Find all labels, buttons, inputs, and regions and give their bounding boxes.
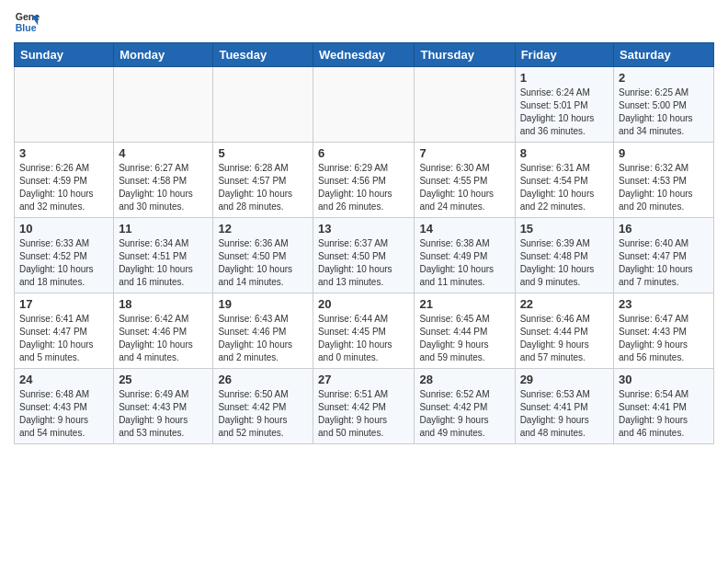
- day-number: 20: [318, 297, 409, 311]
- calendar-cell: 12Sunrise: 6:36 AM Sunset: 4:50 PM Dayli…: [213, 218, 313, 293]
- day-info: Sunrise: 6:41 AM Sunset: 4:47 PM Dayligh…: [19, 313, 108, 364]
- day-number: 8: [520, 146, 609, 160]
- day-number: 1: [520, 71, 609, 85]
- day-number: 6: [318, 146, 409, 160]
- day-number: 21: [419, 297, 509, 311]
- calendar-cell: 29Sunrise: 6:53 AM Sunset: 4:41 PM Dayli…: [515, 369, 613, 444]
- calendar-body: 1Sunrise: 6:24 AM Sunset: 5:01 PM Daylig…: [15, 67, 714, 444]
- calendar-cell: 18Sunrise: 6:42 AM Sunset: 4:46 PM Dayli…: [114, 293, 213, 369]
- weekday-header: Saturday: [614, 43, 714, 67]
- calendar-cell: 28Sunrise: 6:52 AM Sunset: 4:42 PM Dayli…: [415, 369, 515, 444]
- day-info: Sunrise: 6:24 AM Sunset: 5:01 PM Dayligh…: [520, 86, 609, 138]
- calendar-cell: 20Sunrise: 6:44 AM Sunset: 4:45 PM Dayli…: [313, 293, 415, 369]
- day-info: Sunrise: 6:40 AM Sunset: 4:47 PM Dayligh…: [619, 237, 709, 289]
- calendar-cell: 27Sunrise: 6:51 AM Sunset: 4:42 PM Dayli…: [313, 369, 415, 444]
- day-info: Sunrise: 6:50 AM Sunset: 4:42 PM Dayligh…: [218, 388, 308, 440]
- calendar-cell: 9Sunrise: 6:32 AM Sunset: 4:53 PM Daylig…: [614, 143, 714, 218]
- day-number: 2: [619, 71, 709, 85]
- day-info: Sunrise: 6:42 AM Sunset: 4:46 PM Dayligh…: [119, 313, 208, 364]
- day-info: Sunrise: 6:38 AM Sunset: 4:49 PM Dayligh…: [419, 237, 509, 289]
- calendar-week: 10Sunrise: 6:33 AM Sunset: 4:52 PM Dayli…: [15, 218, 714, 293]
- day-info: Sunrise: 6:25 AM Sunset: 5:00 PM Dayligh…: [619, 86, 709, 138]
- day-number: 24: [19, 373, 108, 386]
- day-info: Sunrise: 6:27 AM Sunset: 4:58 PM Dayligh…: [119, 162, 208, 213]
- day-number: 15: [520, 222, 609, 236]
- day-number: 12: [218, 222, 308, 236]
- calendar-cell: 2Sunrise: 6:25 AM Sunset: 5:00 PM Daylig…: [614, 67, 714, 143]
- calendar-cell: 22Sunrise: 6:46 AM Sunset: 4:44 PM Dayli…: [515, 293, 613, 369]
- calendar-cell: 26Sunrise: 6:50 AM Sunset: 4:42 PM Dayli…: [213, 369, 313, 444]
- day-info: Sunrise: 6:30 AM Sunset: 4:55 PM Dayligh…: [419, 162, 509, 213]
- calendar-cell: 11Sunrise: 6:34 AM Sunset: 4:51 PM Dayli…: [114, 218, 213, 293]
- day-info: Sunrise: 6:29 AM Sunset: 4:56 PM Dayligh…: [318, 162, 409, 213]
- day-info: Sunrise: 6:33 AM Sunset: 4:52 PM Dayligh…: [19, 237, 108, 289]
- day-info: Sunrise: 6:34 AM Sunset: 4:51 PM Dayligh…: [119, 237, 208, 289]
- calendar-cell: [213, 67, 313, 143]
- calendar-cell: 4Sunrise: 6:27 AM Sunset: 4:58 PM Daylig…: [114, 143, 213, 218]
- calendar-header: SundayMondayTuesdayWednesdayThursdayFrid…: [15, 43, 714, 67]
- calendar-cell: 3Sunrise: 6:26 AM Sunset: 4:59 PM Daylig…: [15, 143, 114, 218]
- page: General Blue SundayMondayTuesdayWednesda…: [0, 0, 728, 458]
- day-number: 19: [218, 297, 308, 311]
- day-number: 30: [619, 373, 709, 386]
- calendar-cell: [415, 67, 515, 143]
- calendar-cell: 10Sunrise: 6:33 AM Sunset: 4:52 PM Dayli…: [15, 218, 114, 293]
- day-info: Sunrise: 6:52 AM Sunset: 4:42 PM Dayligh…: [419, 388, 509, 440]
- calendar-cell: 24Sunrise: 6:48 AM Sunset: 4:43 PM Dayli…: [15, 369, 114, 444]
- day-info: Sunrise: 6:53 AM Sunset: 4:41 PM Dayligh…: [520, 388, 609, 440]
- weekday-header: Sunday: [15, 43, 114, 67]
- calendar-cell: 5Sunrise: 6:28 AM Sunset: 4:57 PM Daylig…: [213, 143, 313, 218]
- day-number: 7: [419, 146, 509, 160]
- day-number: 23: [619, 297, 709, 311]
- weekday-header: Wednesday: [313, 43, 415, 67]
- day-number: 29: [520, 373, 609, 386]
- day-info: Sunrise: 6:37 AM Sunset: 4:50 PM Dayligh…: [318, 237, 409, 289]
- day-number: 9: [619, 146, 709, 160]
- day-info: Sunrise: 6:44 AM Sunset: 4:45 PM Dayligh…: [318, 313, 409, 364]
- day-number: 25: [119, 373, 208, 386]
- calendar-cell: 6Sunrise: 6:29 AM Sunset: 4:56 PM Daylig…: [313, 143, 415, 218]
- day-info: Sunrise: 6:26 AM Sunset: 4:59 PM Dayligh…: [19, 162, 108, 213]
- calendar-cell: 23Sunrise: 6:47 AM Sunset: 4:43 PM Dayli…: [614, 293, 714, 369]
- header: General Blue: [14, 9, 714, 35]
- logo-icon: General Blue: [14, 9, 40, 35]
- day-number: 22: [520, 297, 609, 311]
- calendar-cell: [15, 67, 114, 143]
- day-info: Sunrise: 6:54 AM Sunset: 4:41 PM Dayligh…: [619, 388, 709, 440]
- calendar-cell: 17Sunrise: 6:41 AM Sunset: 4:47 PM Dayli…: [15, 293, 114, 369]
- day-number: 16: [619, 222, 709, 236]
- day-number: 17: [19, 297, 108, 311]
- day-number: 10: [19, 222, 108, 236]
- day-number: 3: [19, 146, 108, 160]
- weekday-header: Monday: [114, 43, 213, 67]
- calendar-cell: 15Sunrise: 6:39 AM Sunset: 4:48 PM Dayli…: [515, 218, 613, 293]
- calendar-cell: 7Sunrise: 6:30 AM Sunset: 4:55 PM Daylig…: [415, 143, 515, 218]
- weekday-header: Tuesday: [213, 43, 313, 67]
- calendar-cell: 16Sunrise: 6:40 AM Sunset: 4:47 PM Dayli…: [614, 218, 714, 293]
- calendar-week: 17Sunrise: 6:41 AM Sunset: 4:47 PM Dayli…: [15, 293, 714, 369]
- calendar-cell: 1Sunrise: 6:24 AM Sunset: 5:01 PM Daylig…: [515, 67, 613, 143]
- day-info: Sunrise: 6:46 AM Sunset: 4:44 PM Dayligh…: [520, 313, 609, 364]
- day-info: Sunrise: 6:45 AM Sunset: 4:44 PM Dayligh…: [419, 313, 509, 364]
- header-row: SundayMondayTuesdayWednesdayThursdayFrid…: [15, 43, 714, 67]
- calendar-week: 3Sunrise: 6:26 AM Sunset: 4:59 PM Daylig…: [15, 143, 714, 218]
- day-number: 26: [218, 373, 308, 386]
- calendar-week: 1Sunrise: 6:24 AM Sunset: 5:01 PM Daylig…: [15, 67, 714, 143]
- calendar-week: 24Sunrise: 6:48 AM Sunset: 4:43 PM Dayli…: [15, 369, 714, 444]
- weekday-header: Thursday: [415, 43, 515, 67]
- calendar-cell: [313, 67, 415, 143]
- day-number: 27: [318, 373, 409, 386]
- day-info: Sunrise: 6:51 AM Sunset: 4:42 PM Dayligh…: [318, 388, 409, 440]
- calendar-table: SundayMondayTuesdayWednesdayThursdayFrid…: [14, 42, 714, 444]
- day-info: Sunrise: 6:31 AM Sunset: 4:54 PM Dayligh…: [520, 162, 609, 213]
- day-number: 14: [419, 222, 509, 236]
- calendar-cell: 21Sunrise: 6:45 AM Sunset: 4:44 PM Dayli…: [415, 293, 515, 369]
- day-info: Sunrise: 6:48 AM Sunset: 4:43 PM Dayligh…: [19, 388, 108, 440]
- calendar-cell: 25Sunrise: 6:49 AM Sunset: 4:43 PM Dayli…: [114, 369, 213, 444]
- day-info: Sunrise: 6:32 AM Sunset: 4:53 PM Dayligh…: [619, 162, 709, 213]
- day-number: 11: [119, 222, 208, 236]
- day-info: Sunrise: 6:49 AM Sunset: 4:43 PM Dayligh…: [119, 388, 208, 440]
- calendar-cell: 30Sunrise: 6:54 AM Sunset: 4:41 PM Dayli…: [614, 369, 714, 444]
- day-info: Sunrise: 6:36 AM Sunset: 4:50 PM Dayligh…: [218, 237, 308, 289]
- day-info: Sunrise: 6:47 AM Sunset: 4:43 PM Dayligh…: [619, 313, 709, 364]
